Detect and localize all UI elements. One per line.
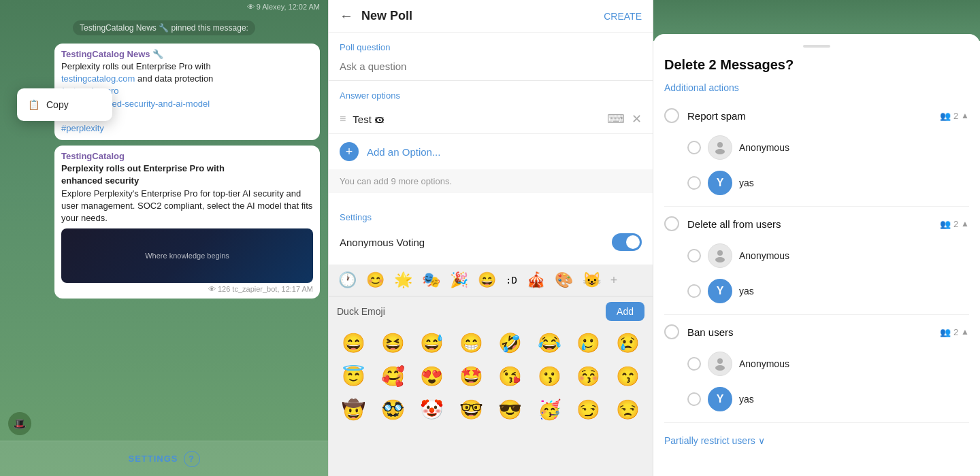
chat-bottom-bar[interactable]: SETTINGS ?	[0, 441, 328, 476]
pinned-notice: TestingCatalog News 🔧 pinned this messag…	[73, 20, 255, 35]
emoji-12[interactable]: 🤩	[452, 362, 491, 390]
spam-yas-radio[interactable]	[687, 176, 701, 190]
divider-1	[664, 206, 969, 207]
ban-users-icon: 👥	[940, 327, 951, 337]
emoji-13[interactable]: 😘	[491, 362, 530, 390]
emoji-cat-theater[interactable]: 🎭	[418, 269, 444, 292]
spam-users-icon: 👥	[940, 111, 951, 121]
emoji-keyboard: 🕐 😊 🌟 🎭 🎉 😄 :D 🎪 🎨 😺 + Duck Emoji Add 😄 …	[329, 265, 653, 476]
msg1-link1[interactable]: testingcatalog.com	[61, 73, 135, 84]
emoji-2[interactable]: 😆	[374, 329, 413, 357]
emoji-4[interactable]: 😁	[452, 329, 491, 357]
spam-radio[interactable]	[664, 108, 679, 123]
delete-yas-radio[interactable]	[687, 284, 701, 298]
emoji-cat-text[interactable]: :D	[502, 272, 521, 288]
message-meta-top: 👁9 Alexey, 12:02 AM	[247, 3, 320, 11]
delete-sub-users: Anonymous Y yas	[664, 238, 969, 309]
poll-question-input[interactable]	[329, 56, 653, 81]
add-option-row[interactable]: + Add an Option...	[329, 134, 653, 169]
ban-sub-users: Anonymous Y yas	[664, 346, 969, 417]
emoji-cat-haha[interactable]: 😄	[474, 269, 500, 292]
emoji-cat-5[interactable]: 🎨	[551, 269, 577, 292]
help-icon[interactable]: ?	[184, 451, 200, 467]
emoji-16[interactable]: 😙	[608, 362, 648, 390]
emoji-section-header: Duck Emoji Add	[329, 296, 653, 326]
spam-anon-name: Anonymous	[739, 142, 789, 153]
settings-label: SETTINGS	[128, 454, 178, 464]
answer-item-1: ≡ ⌨ ✕	[329, 105, 653, 134]
emoji-7[interactable]: 🥲	[569, 329, 608, 357]
ban-yas-radio[interactable]	[687, 392, 701, 406]
emoji-cat-smile[interactable]: 😊	[362, 269, 389, 292]
delete-user-anon: Anonymous	[687, 238, 969, 273]
ban-count: 👥 2 ▲	[940, 327, 969, 337]
emoji-17[interactable]: 🤠	[334, 396, 374, 424]
ban-action-row: Ban users 👥 2 ▲	[664, 318, 969, 346]
emoji-5[interactable]: 🤣	[491, 329, 530, 357]
ban-radio[interactable]	[664, 324, 679, 339]
emoji-21[interactable]: 😎	[491, 396, 530, 424]
svg-point-2	[717, 250, 723, 256]
emoji-3[interactable]: 😅	[412, 329, 452, 357]
chat-panel: 👁9 Alexey, 12:02 AM TestingCatalog News …	[0, 0, 328, 476]
svg-point-1	[715, 149, 725, 154]
sender-name-2: TestingCatalog	[61, 151, 313, 161]
delete-count-num: 2	[953, 219, 958, 229]
emoji-cat-4[interactable]: 🎪	[523, 269, 549, 292]
emoji-19[interactable]: 🤡	[412, 396, 452, 424]
anon-voting-toggle[interactable]	[612, 233, 642, 251]
emoji-6[interactable]: 😂	[530, 329, 570, 357]
delete-radio[interactable]	[664, 216, 679, 231]
emoji-cat-clock[interactable]: 🕐	[334, 269, 361, 292]
emoji-14[interactable]: 😗	[530, 362, 570, 390]
ban-yas-name: yas	[739, 394, 754, 405]
partial-restrict-link[interactable]: Partially restrict users ∨	[664, 426, 969, 449]
delete-yas-name: yas	[739, 286, 754, 296]
delete-anon-avatar	[708, 243, 732, 268]
copy-menu-item[interactable]: 📋 Copy	[17, 92, 112, 117]
emoji-11[interactable]: 😍	[412, 362, 452, 390]
emoji-23[interactable]: 😏	[569, 396, 608, 424]
emoji-cat-cat[interactable]: 😺	[578, 269, 605, 292]
action-group-delete: Delete all from users 👥 2 ▲ A	[664, 209, 969, 309]
delete-anon-radio[interactable]	[687, 249, 701, 262]
emoji-8[interactable]: 😢	[608, 329, 648, 357]
delete-chevron[interactable]: ▲	[961, 219, 969, 228]
ban-anon-radio[interactable]	[687, 357, 701, 371]
emoji-cat-star[interactable]: 🌟	[390, 269, 416, 292]
poll-panel: ← New Poll CREATE Poll question Answer o…	[328, 0, 653, 476]
emoji-cat-party[interactable]: 🎉	[446, 269, 472, 292]
emoji-24[interactable]: 😒	[608, 396, 648, 424]
emoji-9[interactable]: 😇	[334, 362, 374, 390]
answer-input-1[interactable]	[353, 114, 600, 125]
poll-header: ← New Poll CREATE	[329, 0, 653, 33]
spam-count-num: 2	[953, 111, 958, 121]
spam-chevron[interactable]: ▲	[961, 111, 969, 120]
msg-thumbnail: Where knowledge begins	[61, 228, 313, 283]
emoji-add-button[interactable]: Add	[606, 302, 644, 321]
msg1-hashtag[interactable]: #perplexity	[61, 123, 104, 133]
emoji-18[interactable]: 🥸	[374, 396, 413, 424]
chat-avatar: 🎩	[8, 412, 31, 435]
poll-question-label: Poll question	[329, 33, 653, 56]
divider-2	[664, 314, 969, 315]
create-button[interactable]: CREATE	[604, 11, 642, 22]
divider-3	[664, 422, 969, 423]
add-option-button[interactable]: +	[340, 142, 359, 161]
remove-answer-button[interactable]: ✕	[632, 112, 642, 126]
emoji-cat-plus[interactable]: +	[606, 271, 622, 290]
emoji-grid-row1: 😄 😆 😅 😁 🤣 😂 🥲 😢	[329, 326, 653, 360]
delete-yas-avatar: Y	[708, 279, 732, 303]
emoji-10[interactable]: 🥰	[374, 362, 413, 390]
emoji-1[interactable]: 😄	[334, 329, 374, 357]
emoji-section-name: Duck Emoji	[337, 306, 385, 317]
keyboard-icon[interactable]: ⌨	[607, 112, 625, 126]
emoji-22[interactable]: 🥳	[530, 396, 570, 424]
ban-anon-avatar	[708, 352, 732, 376]
ban-chevron[interactable]: ▲	[961, 327, 969, 337]
context-menu[interactable]: 📋 Copy	[17, 88, 112, 121]
emoji-20[interactable]: 🤓	[452, 396, 491, 424]
emoji-15[interactable]: 😚	[569, 362, 608, 390]
back-button[interactable]: ←	[340, 8, 353, 24]
spam-anon-radio[interactable]	[687, 141, 701, 154]
